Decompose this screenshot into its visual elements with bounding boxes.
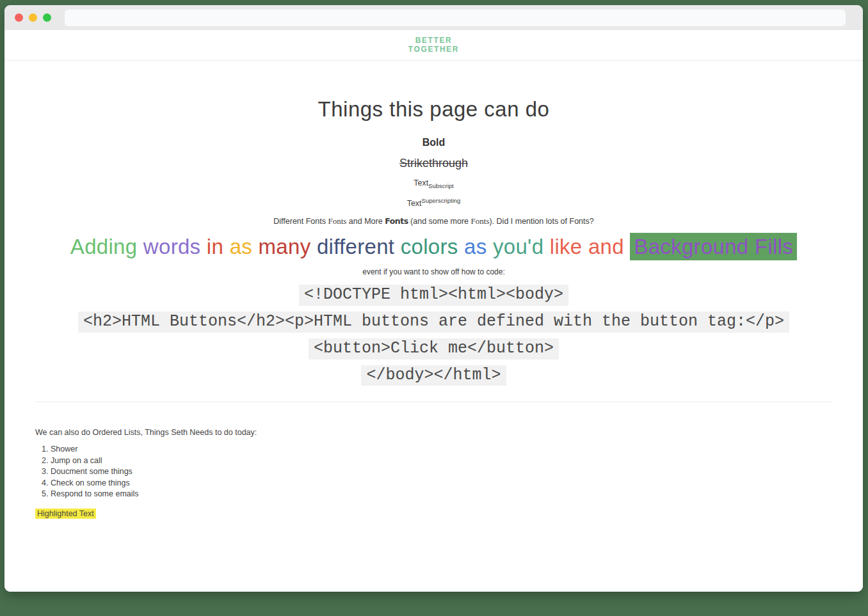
code-row: </body></html> — [4, 365, 863, 386]
ordered-list-section: We can also do Ordered Lists, Things Set… — [4, 428, 863, 519]
code-row: <h2>HTML Buttons</h2><p>HTML buttons are… — [4, 312, 863, 333]
document-content: Things this page can do Bold Strikethrou… — [4, 97, 863, 519]
logo-line-1: BETTER — [408, 36, 459, 45]
todo-list-item: Check on some things — [51, 478, 863, 489]
code-line: <!DOCTYPE html><html><body> — [299, 285, 568, 306]
minimize-window-button[interactable] — [29, 13, 37, 22]
colored-word: in — [207, 235, 223, 258]
fonts-demo-segment: Fonts — [328, 216, 346, 226]
code-row: <!DOCTYPE html><html><body> — [4, 285, 863, 306]
fonts-demo-segment: Fonts — [385, 216, 408, 226]
colored-word: you'd — [493, 235, 543, 258]
list-intro-text: We can also do Ordered Lists, Things Set… — [35, 428, 863, 437]
colored-word: many — [259, 235, 311, 258]
page-viewport: BETTER TOGETHER Things this page can do … — [4, 30, 863, 592]
colored-words-demo: Adding words in as many different colors… — [4, 235, 863, 259]
code-line: <h2>HTML Buttons</h2><p>HTML buttons are… — [78, 312, 789, 333]
superscript-text-demo: TextSuperscripting — [4, 197, 863, 208]
fonts-demo-segment: Different Fonts — [273, 217, 328, 226]
subscript-text-demo: TextSubscript — [4, 178, 863, 189]
colored-word: words — [143, 235, 201, 258]
todo-list-item: Doucment some things — [51, 466, 863, 478]
colored-word: like — [550, 235, 583, 258]
code-row: <button>Click me</button> — [4, 338, 863, 359]
multiple-fonts-demo: Different Fonts Fonts and More Fonts (an… — [4, 216, 863, 226]
colored-word: as — [230, 235, 252, 258]
close-window-button[interactable] — [15, 13, 23, 22]
background-fill-demo: Background Fills — [630, 233, 797, 260]
fonts-demo-segment: and More — [346, 217, 385, 226]
subscript-part: Subscript — [428, 182, 454, 189]
code-line: <button>Click me</button> — [309, 338, 559, 359]
colored-word: as — [464, 235, 486, 258]
colored-word: Adding — [70, 235, 138, 258]
subscript-base: Text — [414, 178, 428, 187]
code-intro-text: event if you want to show off how to cod… — [4, 267, 863, 276]
colored-word: and — [588, 235, 624, 258]
highlighted-text: Highlighted Text — [35, 509, 96, 519]
ordered-list: ShowerJump on a callDoucment some things… — [35, 444, 863, 500]
browser-titlebar — [4, 5, 863, 30]
browser-window: BETTER TOGETHER Things this page can do … — [4, 5, 863, 592]
zoom-window-button[interactable] — [43, 13, 51, 22]
todo-list-item: Respond to some emails — [51, 489, 863, 500]
section-divider — [35, 401, 832, 402]
bold-text-demo: Bold — [4, 137, 863, 148]
logo-line-2: TOGETHER — [408, 45, 459, 54]
colored-word: colors — [401, 235, 458, 258]
fonts-demo-segment: ). Did I mention lots of Fonts? — [489, 217, 593, 226]
site-header: BETTER TOGETHER — [4, 30, 863, 61]
colored-word: different — [317, 235, 394, 258]
better-together-logo[interactable]: BETTER TOGETHER — [408, 36, 459, 54]
code-line: </body></html> — [361, 365, 506, 386]
fonts-demo-segment: Fonts — [471, 216, 490, 226]
superscript-part: Superscripting — [422, 197, 461, 204]
todo-list-item: Jump on a call — [51, 455, 863, 467]
fonts-demo-segment: (and some more — [408, 217, 471, 226]
superscript-base: Text — [407, 199, 422, 208]
page-title: Things this page can do — [4, 97, 863, 122]
address-bar[interactable] — [65, 10, 846, 26]
strikethrough-text-demo: Strikethrough — [4, 157, 863, 170]
todo-list-item: Shower — [51, 444, 863, 455]
code-block: <!DOCTYPE html><html><body><h2>HTML Butt… — [4, 285, 863, 386]
